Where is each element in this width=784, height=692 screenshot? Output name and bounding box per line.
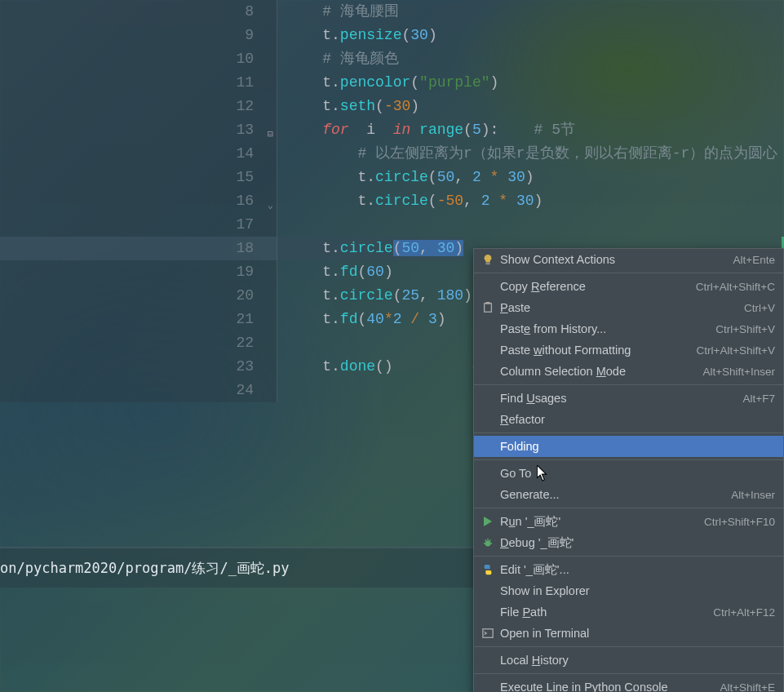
- menu-item[interactable]: Debug '_画蛇': [474, 532, 783, 553]
- menu-separator: [474, 646, 783, 647]
- menu-label: Debug '_画蛇': [497, 535, 775, 551]
- menu-item[interactable]: Open in Terminal: [474, 623, 783, 644]
- line-number: 9: [0, 24, 277, 47]
- menu-label: Folding: [497, 440, 775, 453]
- bulb-icon: [479, 254, 497, 265]
- menu-item[interactable]: Refactor: [474, 409, 783, 430]
- code-line[interactable]: 9 t.pensize(30): [0, 24, 784, 47]
- menu-item[interactable]: Run '_画蛇'Ctrl+Shift+F10: [474, 511, 783, 532]
- menu-item[interactable]: Edit '_画蛇'...: [474, 559, 783, 580]
- line-number: 17: [0, 213, 277, 237]
- menu-shortcut: Alt+Ente: [733, 254, 775, 266]
- code-line[interactable]: 13⊟ for i in range(5): # 5节: [0, 118, 784, 142]
- menu-shortcut: Alt+Shift+E: [720, 681, 775, 693]
- code-content[interactable]: t.seth(-30): [277, 95, 419, 118]
- code-content[interactable]: t.circle(-50, 2 * 30): [277, 189, 543, 213]
- menu-shortcut: Ctrl+V: [744, 302, 775, 314]
- menu-item[interactable]: Show Context ActionsAlt+Ente: [474, 249, 783, 270]
- code-content[interactable]: t.fd(40*2 / 3): [277, 308, 446, 331]
- debug-icon: [479, 537, 497, 548]
- menu-item[interactable]: Folding: [474, 436, 783, 457]
- menu-item[interactable]: Paste without FormattingCtrl+Alt+Shift+V: [474, 339, 783, 361]
- code-line[interactable]: 10 # 海龟颜色: [0, 47, 784, 71]
- line-number: 12: [0, 95, 277, 118]
- menu-item[interactable]: Find UsagesAlt+F7: [474, 388, 783, 409]
- code-line[interactable]: 8 # 海龟腰围: [0, 0, 784, 24]
- menu-label: Paste without Formatting: [497, 344, 697, 357]
- menu-label: Paste: [497, 301, 744, 314]
- menu-separator: [474, 459, 783, 460]
- code-content[interactable]: [277, 379, 287, 402]
- menu-label: Show in Explorer: [497, 584, 775, 597]
- menu-shortcut: Ctrl+Alt+Shift+V: [697, 344, 775, 357]
- code-line[interactable]: 11 t.pencolor("purple"): [0, 71, 784, 95]
- footer-bar: on/pycharm2020/program/练习/_画蛇.py: [0, 547, 473, 588]
- code-line[interactable]: 16⌄ t.circle(-50, 2 * 30): [0, 189, 784, 213]
- line-number: 20: [0, 284, 277, 308]
- menu-item[interactable]: Copy ReferenceCtrl+Alt+Shift+C: [474, 276, 783, 297]
- code-line[interactable]: 17: [0, 213, 784, 237]
- menu-label: Edit '_画蛇'...: [497, 562, 775, 578]
- line-number: 8: [0, 0, 277, 24]
- menu-label: Refactor: [497, 413, 775, 426]
- menu-shortcut: Ctrl+Shift+F10: [704, 516, 775, 528]
- line-number: 21: [0, 308, 277, 331]
- menu-separator: [474, 508, 783, 508]
- context-menu[interactable]: Show Context ActionsAlt+EnteCopy Referen…: [473, 248, 784, 692]
- code-content[interactable]: [277, 331, 287, 355]
- menu-label: Local History: [497, 654, 775, 667]
- menu-item[interactable]: Execute Line in Python ConsoleAlt+Shift+…: [474, 676, 783, 692]
- svg-line-8: [489, 540, 491, 542]
- menu-label: Paste from History...: [497, 322, 715, 335]
- code-line[interactable]: 15 t.circle(50, 2 * 30): [0, 166, 784, 189]
- menu-item[interactable]: Column Selection ModeAlt+Shift+Inser: [474, 361, 783, 382]
- menu-separator: [474, 556, 783, 557]
- python-icon: [479, 564, 497, 575]
- code-line[interactable]: 14 # 以左侧距离为r（如果r是负数，则以右侧距离-r）的点为圆心: [0, 142, 784, 166]
- code-content[interactable]: [277, 213, 287, 237]
- svg-rect-9: [483, 629, 493, 638]
- line-number: 14: [0, 142, 277, 166]
- line-number: 23: [0, 355, 277, 379]
- menu-item[interactable]: PasteCtrl+V: [474, 297, 783, 318]
- code-content[interactable]: t.circle(50, 2 * 30): [277, 166, 534, 189]
- line-number: 22: [0, 331, 277, 355]
- code-content[interactable]: t.pencolor("purple"): [277, 71, 498, 95]
- menu-shortcut: Alt+Shift+Inser: [702, 366, 775, 378]
- menu-item[interactable]: Paste from History...Ctrl+Shift+V: [474, 318, 783, 339]
- code-content[interactable]: t.done() # 稍: [277, 355, 505, 379]
- line-number: 10: [0, 47, 277, 71]
- line-number: 13⊟: [0, 118, 277, 142]
- menu-label: Find Usages: [497, 392, 743, 405]
- menu-separator: [474, 273, 783, 273]
- menu-shortcut: Alt+F7: [743, 393, 775, 405]
- menu-label: Run '_画蛇': [497, 514, 704, 530]
- code-content[interactable]: # 以左侧距离为r（如果r是负数，则以右侧距离-r）的点为圆心: [277, 142, 777, 166]
- paste-icon: [479, 302, 497, 313]
- run-icon: [479, 517, 497, 526]
- menu-label: Open in Terminal: [497, 627, 775, 640]
- menu-item[interactable]: Show in Explorer: [474, 580, 783, 601]
- menu-item[interactable]: Generate...Alt+Inser: [474, 484, 783, 505]
- line-number: 11: [0, 71, 277, 95]
- mouse-cursor-icon: [537, 465, 548, 481]
- code-content[interactable]: t.circle(50, 30): [277, 237, 463, 260]
- line-number: 15: [0, 166, 277, 189]
- code-content[interactable]: t.fd(60): [277, 260, 393, 284]
- menu-label: Show Context Actions: [497, 253, 733, 266]
- menu-item[interactable]: Go To: [474, 463, 783, 484]
- menu-shortcut: Alt+Inser: [731, 489, 775, 501]
- code-content[interactable]: t.circle(25, 180): [277, 284, 472, 308]
- code-content[interactable]: t.pensize(30): [277, 24, 437, 47]
- menu-shortcut: Ctrl+Shift+V: [715, 323, 775, 335]
- line-number: 19: [0, 260, 277, 284]
- svg-line-7: [485, 540, 487, 542]
- menu-separator: [474, 432, 783, 433]
- code-content[interactable]: # 海龟腰围: [277, 0, 399, 24]
- menu-label: Generate...: [497, 488, 731, 501]
- menu-item[interactable]: Local History: [474, 650, 783, 671]
- code-content[interactable]: # 海龟颜色: [277, 47, 399, 71]
- code-content[interactable]: for i in range(5): # 5节: [277, 118, 575, 142]
- code-line[interactable]: 12 t.seth(-30): [0, 95, 784, 118]
- menu-item[interactable]: File PathCtrl+Alt+F12: [474, 601, 783, 623]
